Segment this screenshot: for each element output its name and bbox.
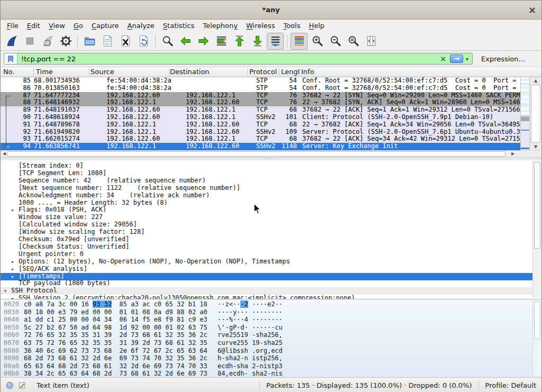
menu-file[interactable]: File: [3, 22, 23, 30]
close-icon[interactable]: ×: [528, 1, 536, 19]
status-profile[interactable]: Profile: Default: [485, 381, 536, 389]
detail-row[interactable]: Checksum: 0x79ed [unverified]: [1, 236, 541, 243]
packet-row-88[interactable]: 8871.648146932192.168.122.1192.168.122.6…: [1, 99, 541, 106]
scroll-right-icon[interactable]: ▶: [510, 151, 516, 157]
start-capture-button[interactable]: [3, 33, 20, 50]
detail-row[interactable]: [Checksum Status: Unverified]: [1, 243, 541, 251]
collapsed-arrow-icon[interactable]: ▸: [11, 206, 14, 214]
menu-tools[interactable]: Tools: [279, 22, 304, 30]
detail-row[interactable]: [Stream index: 0]: [1, 162, 541, 170]
detail-row[interactable]: [Calculated window size: 29056]: [1, 221, 541, 229]
go-back-button[interactable]: [177, 33, 194, 50]
go-forward-button[interactable]: [195, 33, 212, 50]
detail-row[interactable]: [Window size scaling factor: 128]: [1, 229, 541, 236]
filter-text[interactable]: !tcp.port == 22: [17, 55, 436, 63]
hex-scrollbar-thumb[interactable]: [534, 301, 540, 339]
auto-scroll-button[interactable]: [267, 33, 284, 50]
hex-row-0090[interactable]: 009068 2d 73 68 61 32 2d 6e 69 73 74 70 …: [1, 354, 541, 362]
packet-row-94[interactable]: 9471.663856741192.168.122.1192.168.122.6…: [1, 143, 541, 150]
expanded-arrow-icon[interactable]: ▾: [4, 287, 7, 295]
column-separator[interactable]: [299, 68, 300, 76]
expert-info-button[interactable]: [6, 381, 14, 389]
detail-row[interactable]: Window size value: 227: [1, 214, 541, 221]
column-header-destination[interactable]: Destination: [170, 67, 247, 77]
menu-analyze[interactable]: Analyze: [123, 22, 159, 30]
column-separator[interactable]: [89, 68, 89, 76]
menu-view[interactable]: View: [44, 22, 69, 30]
column-separator[interactable]: [169, 68, 169, 76]
packet-row-90[interactable]: 9071.648618924192.168.122.60192.168.122.…: [1, 114, 541, 121]
hex-row-0070[interactable]: 007063 75 72 76 65 32 35 35 31 39 2d 73 …: [1, 339, 541, 347]
detail-row[interactable]: [Next sequence number: 1122 (relative se…: [1, 185, 541, 192]
zoom-out-button[interactable]: [327, 33, 344, 50]
column-separator[interactable]: [279, 68, 279, 76]
column-header-protocol[interactable]: Protocol: [249, 67, 278, 77]
menu-telephony[interactable]: Telephony: [198, 22, 242, 30]
detail-row[interactable]: [TCP Segment Len: 1080]: [1, 170, 541, 177]
column-header-time[interactable]: Time: [36, 67, 88, 77]
detail-row[interactable]: TCP payload (1080 bytes): [1, 280, 541, 287]
packet-row-91[interactable]: 9171.648789678192.168.122.1192.168.122.6…: [1, 121, 541, 129]
packet-list-minimap[interactable]: [520, 77, 529, 150]
packet-row-92[interactable]: 9271.661949820192.168.122.1192.168.122.6…: [1, 129, 541, 136]
filter-apply-button[interactable]: →: [450, 54, 463, 63]
detail-row[interactable]: Acknowledgment number: 34 (relative ack …: [1, 192, 541, 199]
column-separator[interactable]: [247, 68, 248, 76]
scroll-left-icon[interactable]: ◀: [1, 151, 7, 157]
go-to-last-button[interactable]: [249, 33, 266, 50]
details-scrollbar-thumb[interactable]: [534, 162, 540, 249]
display-filter-input[interactable]: !tcp.port == 22 × → ▾: [4, 53, 473, 65]
collapsed-arrow-icon[interactable]: ▸: [11, 258, 14, 266]
scroll-down-icon[interactable]: ▼: [530, 143, 541, 150]
menu-statistics[interactable]: Statistics: [159, 22, 198, 30]
packet-row-85[interactable]: 8568.001734936fe:54:00:d4:38:2aSTP54Conf…: [1, 77, 541, 85]
pane-splitter-bottom[interactable]: ·····: [258, 295, 285, 298]
resize-columns-button[interactable]: [363, 33, 380, 50]
column-header-info[interactable]: Info: [301, 67, 513, 77]
zoom-in-button[interactable]: [309, 33, 326, 50]
detail-row[interactable]: 1000 .... = Header Length: 32 bytes (8): [1, 199, 541, 207]
stop-capture-button[interactable]: [21, 33, 38, 50]
menu-capture[interactable]: Capture: [87, 22, 123, 30]
filter-add-button[interactable]: +: [539, 54, 542, 64]
scroll-up-icon[interactable]: ▲: [530, 77, 541, 84]
filter-dropdown-icon[interactable]: ▾: [466, 56, 472, 62]
hex-row-0050[interactable]: 00505c 27 b2 67 50 ad 64 98 1d 92 00 00 …: [1, 324, 541, 331]
column-header-no[interactable]: No.: [3, 67, 33, 77]
column-separator[interactable]: [33, 68, 34, 76]
filter-clear-icon[interactable]: ×: [436, 54, 450, 63]
detail-row[interactable]: Urgent pointer: 0: [1, 251, 541, 258]
hex-row-0060[interactable]: 006072 76 65 32 35 35 31 39 2d 73 68 61 …: [1, 331, 541, 339]
menu-help[interactable]: Help: [304, 22, 329, 30]
open-capture-file-button[interactable]: [81, 33, 98, 50]
column-header-source[interactable]: Source: [91, 67, 168, 77]
hex-row-0030[interactable]: 003080 18 00 e3 79 ed 00 00 01 01 08 0a …: [1, 308, 541, 316]
find-packet-button[interactable]: [159, 33, 176, 50]
detail-row[interactable]: ▸[Timestamps]: [1, 273, 541, 280]
restart-capture-button[interactable]: [39, 33, 56, 50]
collapsed-arrow-icon[interactable]: ▸: [11, 273, 14, 280]
hex-row-0080[interactable]: 008036 40 6c 69 62 73 73 68 2e 6f 72 67 …: [1, 347, 541, 354]
hex-row-0040[interactable]: 0040a1 dd c1 25 00 00 04 34 06 14 f5 e8 …: [1, 316, 541, 323]
detail-row[interactable]: Sequence number: 42 (relative sequence n…: [1, 177, 541, 185]
detail-row[interactable]: ▸[SEQ/ACK analysis]: [1, 266, 541, 273]
colorize-packets-button[interactable]: [291, 33, 308, 50]
capture-options-button[interactable]: [57, 33, 74, 50]
hex-scrollbar[interactable]: [532, 300, 541, 376]
capture-comment-button[interactable]: [18, 381, 26, 389]
expression-button[interactable]: Expression…: [481, 55, 526, 63]
detail-row[interactable]: ▸Options: (12 bytes), No-Operation (NOP)…: [1, 258, 541, 266]
menu-go[interactable]: Go: [69, 22, 87, 30]
reload-capture-file-button[interactable]: [135, 33, 152, 50]
collapsed-arrow-icon[interactable]: ▸: [11, 266, 14, 273]
save-capture-file-button[interactable]: 010101100011: [99, 33, 116, 50]
hex-row-00a0[interactable]: 00a065 63 64 68 2d 73 68 61 32 2d 6e 69 …: [1, 362, 541, 370]
detail-row[interactable]: ▸Flags: 0x018 (PSH, ACK): [1, 206, 541, 214]
hex-row-0020[interactable]: 0020c0 a8 7a 3c 00 16 93 32 85 a3 ac c0 …: [1, 300, 541, 308]
menu-edit[interactable]: Edit: [23, 22, 44, 30]
hex-row-00b0[interactable]: 00b038 34 2c 65 63 64 68 2d 73 68 61 32 …: [1, 370, 541, 377]
packet-list-vscrollbar[interactable]: ▲ ▼: [529, 77, 541, 150]
packet-row-93[interactable]: 9371.662015274192.168.122.60192.168.122.…: [1, 135, 541, 143]
vscrollbar-thumb[interactable]: [531, 85, 540, 143]
packet-row-89[interactable]: 8971.648191037192.168.122.60192.168.122.…: [1, 106, 541, 114]
